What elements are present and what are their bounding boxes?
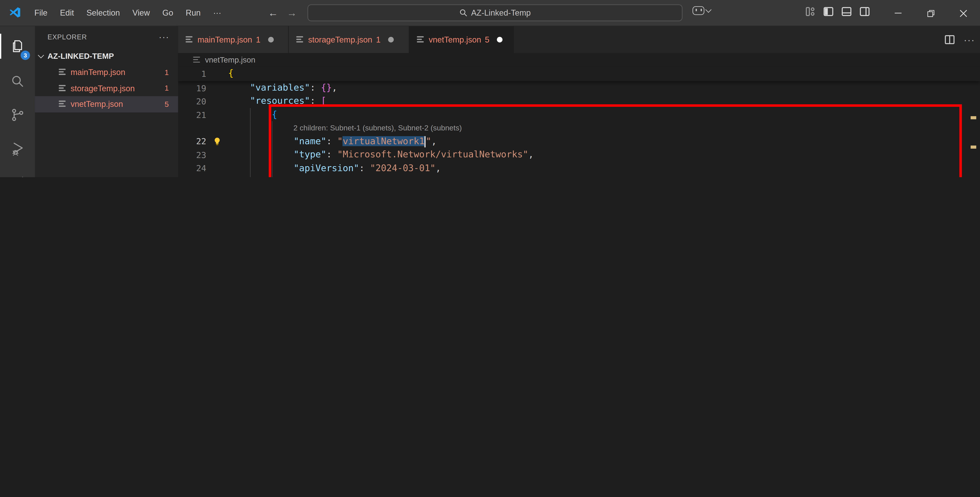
extensions-icon xyxy=(10,176,25,177)
codelens-text: 2 children: Subnet-1 (subnets), Subnet-2… xyxy=(228,124,462,132)
json-file-icon xyxy=(59,84,67,92)
line-number: 20 xyxy=(178,96,206,106)
modified-dot-icon[interactable] xyxy=(268,37,274,43)
close-button[interactable] xyxy=(949,0,978,26)
json-file-icon xyxy=(193,56,201,64)
activity-bar: 3 xyxy=(0,26,35,177)
folder-root[interactable]: AZ-LINKED-TEMP xyxy=(35,49,178,63)
file-item-mainTemp.json[interactable]: mainTemp.json1 xyxy=(35,64,178,80)
restore-button[interactable] xyxy=(916,0,945,26)
tab-mainTemp.json[interactable]: mainTemp.json1 xyxy=(178,26,289,53)
folder-name: AZ-LINKED-TEMP xyxy=(48,52,114,60)
forward-arrow-icon[interactable]: → xyxy=(287,7,297,19)
copilot-icon xyxy=(692,6,704,15)
breadcrumb[interactable]: vnetTemp.json xyxy=(178,53,980,67)
vscode-logo-icon xyxy=(9,6,21,19)
source-control-icon xyxy=(10,107,25,123)
file-name: mainTemp.json xyxy=(71,68,125,77)
file-name: storageTemp.json xyxy=(71,83,135,93)
code-line-24[interactable]: 24 "apiVersion": "2024-03-01", xyxy=(178,162,980,175)
json-file-icon xyxy=(417,36,425,44)
minimize-button[interactable] xyxy=(884,0,913,26)
editor-more-actions-icon[interactable]: ··· xyxy=(964,34,975,45)
back-arrow-icon[interactable]: ← xyxy=(268,7,278,19)
codelens-annotation[interactable]: 2 children: Subnet-1 (subnets), Subnet-2… xyxy=(178,121,980,135)
chevron-down-icon xyxy=(705,7,712,13)
ruler-modified-mark xyxy=(970,116,976,119)
tab-problem-count: 1 xyxy=(376,35,380,44)
line-number: 23 xyxy=(178,150,206,160)
sticky-scroll-line[interactable]: 1{ xyxy=(178,67,980,81)
tab-bar: mainTemp.json1storageTemp.json1vnetTemp.… xyxy=(178,26,980,53)
explorer-actions-icon[interactable]: ··· xyxy=(159,32,170,42)
sidebar-item-explorer[interactable]: 3 xyxy=(0,30,35,62)
tab-label: storageTemp.json xyxy=(308,35,372,44)
code-line-1[interactable]: 1{ xyxy=(178,67,980,80)
breadcrumb-item: vnetTemp.json xyxy=(205,56,255,64)
file-problem-badge: 1 xyxy=(165,84,169,92)
copilot-menu[interactable] xyxy=(692,6,711,15)
toggle-primary-sidebar-icon[interactable] xyxy=(823,6,834,17)
customize-layout-icon[interactable] xyxy=(805,6,816,17)
line-number: 25 xyxy=(178,177,206,177)
tab-problem-count: 1 xyxy=(256,35,260,44)
file-problem-badge: 1 xyxy=(165,68,169,76)
menu-item-[interactable]: ··· xyxy=(208,6,227,20)
lightbulb-icon[interactable] xyxy=(213,137,222,146)
code-line-23[interactable]: 23 "type": "Microsoft.Network/virtualNet… xyxy=(178,148,980,162)
sidebar-item-extensions[interactable]: 1 xyxy=(0,167,35,177)
line-number: 24 xyxy=(178,163,206,173)
search-icon xyxy=(459,9,467,17)
menu-item-view[interactable]: View xyxy=(127,6,156,20)
file-name: vnetTemp.json xyxy=(71,100,123,109)
modified-dot-icon[interactable] xyxy=(497,37,503,43)
modified-dot-icon[interactable] xyxy=(388,37,393,43)
tab-vnetTemp.json[interactable]: vnetTemp.json5 xyxy=(409,26,514,53)
run-debug-icon xyxy=(10,140,25,157)
tab-label: vnetTemp.json xyxy=(429,35,481,44)
overview-ruler[interactable] xyxy=(970,108,980,177)
title-bar: FileEditSelectionViewGoRun··· ← → AZ-Lin… xyxy=(0,0,980,26)
line-number: 19 xyxy=(178,83,206,93)
code-line-19[interactable]: 19 "variables": {}, xyxy=(178,81,980,95)
menu-item-run[interactable]: Run xyxy=(180,6,206,20)
file-item-vnetTemp.json[interactable]: vnetTemp.json5 xyxy=(35,96,178,112)
json-file-icon xyxy=(59,100,67,108)
tab-storageTemp.json[interactable]: storageTemp.json1 xyxy=(289,26,409,53)
toggle-panel-icon[interactable] xyxy=(841,6,852,17)
menu-item-selection[interactable]: Selection xyxy=(81,6,126,20)
explorer-title: EXPLORER xyxy=(48,33,87,41)
ruler-modified-mark xyxy=(970,146,976,149)
code-editor[interactable]: 1{ 19 "variables": {},20 "resources": [2… xyxy=(178,67,980,177)
code-line-21[interactable]: 21 { xyxy=(178,108,980,121)
menu-item-file[interactable]: File xyxy=(29,6,53,20)
line-number: 22 xyxy=(178,137,206,146)
tab-problem-count: 5 xyxy=(485,35,489,44)
tab-label: mainTemp.json xyxy=(197,35,252,44)
code-line-22[interactable]: 22 "name": "virtualNetwork1", xyxy=(178,135,980,148)
menu-item-edit[interactable]: Edit xyxy=(54,6,80,20)
sidebar-item-run-debug[interactable] xyxy=(0,132,35,165)
json-file-icon xyxy=(59,68,67,76)
sidebar-item-source-control[interactable] xyxy=(0,98,35,131)
file-problem-badge: 5 xyxy=(165,100,169,108)
editor-group: mainTemp.json1storageTemp.json1vnetTemp.… xyxy=(178,26,980,177)
code-line-25[interactable]: 25 "location": "[resourceGroup().locatio… xyxy=(178,175,980,177)
json-file-icon xyxy=(296,36,304,44)
file-item-storageTemp.json[interactable]: storageTemp.json1 xyxy=(35,80,178,96)
toggle-secondary-sidebar-icon[interactable] xyxy=(859,6,870,17)
chevron-down-icon xyxy=(38,52,44,58)
command-center-search[interactable]: AZ-Linked-Temp xyxy=(308,5,682,21)
sidebar-item-search[interactable] xyxy=(0,65,35,97)
line-number: 21 xyxy=(178,110,206,120)
split-editor-icon[interactable] xyxy=(944,34,955,45)
explorer-badge: 3 xyxy=(21,51,30,60)
search-value: AZ-Linked-Temp xyxy=(471,8,531,17)
search-icon xyxy=(10,73,25,89)
line-number: 1 xyxy=(178,68,206,79)
menu-bar: FileEditSelectionViewGoRun··· xyxy=(29,6,227,20)
menu-item-go[interactable]: Go xyxy=(157,6,179,20)
code-line-20[interactable]: 20 "resources": [ xyxy=(178,95,980,108)
json-file-icon xyxy=(186,36,194,44)
vscode-window: FileEditSelectionViewGoRun··· ← → AZ-Lin… xyxy=(0,0,980,177)
